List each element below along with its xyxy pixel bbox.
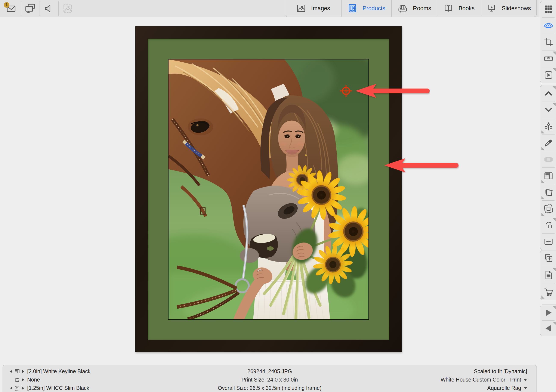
flyout-indicator (541, 180, 544, 183)
image-placeholder-icon (62, 3, 73, 14)
flyout-indicator (553, 268, 556, 271)
books-icon (444, 3, 453, 13)
flip-horizontal-button[interactable] (541, 234, 556, 250)
play-slideshow-button[interactable] (541, 305, 556, 320)
image-placeholder-button (60, 2, 75, 15)
sidebar-view-panel (540, 1, 556, 83)
eyedropper-icon (544, 138, 553, 148)
play-preview-icon (544, 70, 553, 80)
tab-products[interactable]: Products (341, 0, 392, 17)
status-right-column: Scaled to fit [Dynamic] White House Cust… (440, 367, 527, 392)
adjustments-button[interactable] (541, 118, 556, 135)
flyout-indicator (541, 147, 544, 150)
compare-proof-button (541, 151, 556, 168)
tab-books[interactable]: Books (437, 0, 481, 17)
images-icon (296, 3, 306, 13)
flyout-indicator (553, 52, 556, 54)
rotate-product-button[interactable] (541, 217, 556, 233)
flyout-indicator (541, 296, 544, 299)
flip-horizontal-icon (544, 237, 553, 246)
order-report-icon (544, 270, 553, 280)
print-size-text: Print Size: 24.0 x 30.0in (241, 376, 298, 384)
mat-style-button[interactable] (541, 184, 556, 200)
ruler-button[interactable] (541, 50, 556, 67)
flyout-indicator (553, 86, 556, 89)
rotate-icon (544, 220, 553, 230)
displays-button[interactable] (23, 2, 38, 15)
flyout-indicator (541, 131, 544, 133)
color-profile-value: White House Custom Color - Print (440, 376, 521, 384)
toolbar-divider (39, 1, 40, 16)
tab-slideshows[interactable]: Slideshows (481, 0, 536, 17)
sound-button[interactable] (41, 2, 56, 15)
preview-photo[interactable] (168, 59, 369, 320)
flyout-indicator (541, 213, 544, 216)
preview-eye-button[interactable] (541, 17, 556, 34)
thumbnail-grid-icon (544, 4, 553, 14)
back-icon (544, 323, 553, 333)
layout-template-icon (544, 171, 553, 181)
email-badge: 1 (4, 2, 9, 8)
image-filename: 269244_2405.JPG (247, 367, 292, 376)
go-back-button[interactable] (541, 321, 556, 336)
layout-template-button[interactable] (541, 168, 556, 184)
flyout-indicator (553, 68, 556, 71)
overall-size-text: Overall Size: 26.5 x 32.5in (including f… (218, 384, 322, 392)
thumbnail-grid-button[interactable] (541, 1, 556, 17)
sidebar-order-panel (540, 250, 556, 300)
color-profile-dropdown[interactable]: White House Custom Color - Print (440, 376, 527, 384)
color-picker-button[interactable] (541, 135, 556, 151)
sidebar-edit-panel (540, 85, 556, 250)
compare-proof-icon (544, 154, 553, 164)
crop-tool-icon (544, 37, 553, 47)
shopping-cart-button[interactable] (541, 283, 556, 300)
crop-tool-button[interactable] (541, 34, 556, 50)
product-frame[interactable] (135, 26, 402, 352)
ruler-icon (543, 54, 554, 64)
rooms-icon (398, 3, 408, 14)
speaker-icon (43, 3, 54, 14)
tab-images[interactable]: Images (285, 0, 341, 17)
toolbar-divider (21, 1, 21, 16)
order-report-button[interactable] (541, 267, 556, 283)
tab-label: Slideshows (502, 5, 531, 12)
dropdown-caret-icon (524, 379, 527, 381)
tab-label: Books (458, 5, 475, 12)
flyout-indicator (553, 306, 556, 309)
tab-label: Rooms (413, 5, 431, 12)
scaling-status: Scaled to fit [Dynamic] (474, 367, 527, 376)
add-product-icon (544, 254, 553, 263)
tab-rooms[interactable]: Rooms (391, 0, 437, 17)
add-product-button[interactable] (541, 250, 556, 267)
flyout-indicator (553, 103, 556, 106)
flyout-indicator (553, 322, 556, 325)
products-icon (348, 3, 357, 13)
photo-illustration (169, 60, 369, 319)
preview-eye-icon (543, 21, 554, 31)
paper-type-value: Aquarelle Rag (487, 384, 521, 392)
tab-label: Products (363, 5, 385, 12)
paper-type-dropdown[interactable]: Aquarelle Rag (440, 384, 527, 392)
sidebar-nav-panel (540, 305, 556, 336)
previous-up-button[interactable] (541, 85, 556, 102)
main-tab-strip: Images Products Rooms Books S (285, 0, 537, 17)
play-preview-button[interactable] (541, 67, 556, 83)
shopping-cart-icon (543, 286, 554, 297)
frame-style-button[interactable] (541, 200, 556, 217)
next-down-button[interactable] (541, 102, 556, 118)
slideshows-icon (487, 3, 497, 13)
flyout-indicator (553, 218, 556, 221)
tab-label: Images (311, 5, 330, 12)
product-mat[interactable] (148, 39, 389, 340)
adjustments-icon (544, 122, 553, 131)
email-button[interactable]: 1 (3, 2, 18, 15)
frame-style-icon (544, 204, 553, 214)
play-forward-icon (544, 308, 553, 318)
chevron-up-icon (544, 89, 553, 98)
chevron-down-icon (544, 105, 553, 115)
toolbar-divider (58, 1, 59, 16)
product-status-bar: [2.0in] White Keyline Black None [1.25in… (3, 365, 537, 392)
mat-style-icon (544, 187, 553, 197)
dropdown-caret-icon (524, 387, 527, 389)
displays-icon (24, 3, 36, 14)
